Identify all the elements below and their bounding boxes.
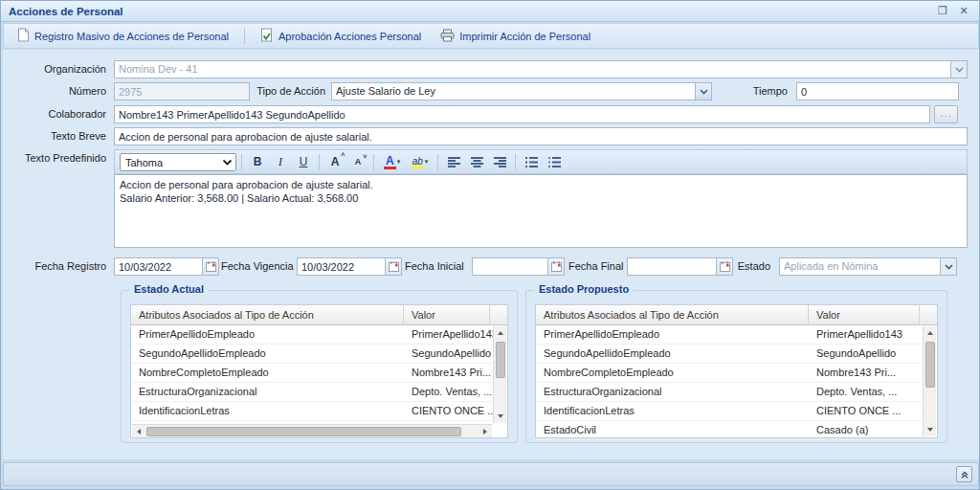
estado-actual-table: Atributos Asociados al Tipo de Acción Va… bbox=[130, 304, 508, 438]
table-row[interactable]: EstadoCivil Casado (a) bbox=[536, 421, 937, 440]
align-center-button[interactable] bbox=[466, 152, 487, 172]
scroll-down-icon[interactable] bbox=[494, 410, 507, 423]
font-family-select[interactable]: Tahoma bbox=[120, 153, 236, 171]
collapse-panel-button[interactable] bbox=[956, 466, 972, 482]
italic-button[interactable]: I bbox=[270, 152, 291, 172]
toolbar-separator bbox=[244, 28, 245, 44]
bullet-list-button[interactable] bbox=[544, 152, 565, 172]
fecha-registro-calendar-button[interactable] bbox=[202, 257, 219, 276]
chevron-down-icon bbox=[222, 157, 233, 168]
underline-button[interactable]: U bbox=[293, 152, 314, 172]
form-panel: Organización Nomina Dev - 41 Número Tipo… bbox=[3, 50, 979, 459]
table-row[interactable]: PrimerApellidoEmpleado PrimerApellido143 bbox=[131, 325, 507, 345]
vertical-scrollbar[interactable] bbox=[923, 326, 936, 436]
editor-separator bbox=[373, 154, 374, 170]
font-color-button[interactable]: A ▾ bbox=[379, 152, 405, 172]
footer-bar bbox=[3, 462, 979, 486]
bullet-list-icon bbox=[548, 157, 561, 167]
texto-breve-input[interactable] bbox=[114, 127, 968, 145]
estado-label: Estado bbox=[702, 257, 770, 276]
table-row[interactable]: SegundoApellidoEmpleado SegundoApellido bbox=[536, 345, 937, 364]
table-row[interactable]: NombreCompletoEmpleado Nombre143 Pri... bbox=[536, 364, 937, 383]
colaborador-lookup-button[interactable]: ... bbox=[934, 105, 958, 123]
font-color-swatch bbox=[384, 167, 396, 169]
aprobacion-button[interactable]: Aprobación Acciones Personal bbox=[253, 26, 429, 46]
column-header-valor[interactable]: Valor bbox=[404, 305, 490, 324]
scroll-up-icon[interactable] bbox=[924, 326, 937, 340]
align-center-icon bbox=[471, 157, 483, 167]
maximize-icon[interactable]: ❒ bbox=[935, 4, 950, 18]
grow-font-button[interactable]: A˄ bbox=[324, 152, 345, 172]
colaborador-label: Colaborador bbox=[3, 105, 106, 123]
table-row[interactable]: EstructuraOrganizacional Depto. Ventas, … bbox=[131, 383, 507, 402]
estado-propuesto-title: Estado Propuesto bbox=[534, 283, 634, 295]
estado-combo: Aplicada en Nómina bbox=[779, 257, 957, 276]
calendar-icon bbox=[389, 261, 399, 272]
numbered-list-icon bbox=[525, 157, 538, 167]
main-toolbar: Registro Masivo de Acciones de Personal … bbox=[3, 23, 979, 49]
editor-separator bbox=[515, 154, 516, 170]
tiempo-label: Tiempo bbox=[684, 82, 788, 100]
fecha-inicial-input[interactable] bbox=[472, 257, 548, 276]
column-header-atributos[interactable]: Atributos Asociados al Tipo de Acción bbox=[536, 305, 809, 324]
chevron-down-icon bbox=[950, 61, 967, 78]
registro-masivo-button[interactable]: Registro Masivo de Acciones de Personal bbox=[10, 26, 236, 46]
estado-propuesto-table: Atributos Asociados al Tipo de Acción Va… bbox=[535, 304, 938, 438]
bold-button[interactable]: B bbox=[247, 152, 268, 172]
printer-icon bbox=[440, 29, 455, 44]
approve-document-icon bbox=[260, 28, 274, 44]
fecha-vigencia-label: Fecha Vigencia bbox=[221, 257, 294, 276]
window-titlebar: Acciones de Personal ❒ ✕ bbox=[1, 1, 979, 22]
richtext-editor-area[interactable]: Accion de personal para aprobacion de aj… bbox=[114, 174, 968, 248]
table-row[interactable]: EstructuraOrganizacional Depto. Ventas, … bbox=[536, 383, 937, 402]
highlight-color-button[interactable]: ab ▾ bbox=[407, 152, 433, 172]
table-row[interactable]: SegundoApellidoEmpleado SegundoApellido bbox=[131, 345, 507, 364]
richtext-toolbar: Tahoma B I U A˄ A˅ A bbox=[114, 149, 968, 174]
scroll-up-icon[interactable] bbox=[494, 326, 507, 340]
align-right-icon bbox=[494, 157, 506, 167]
horizontal-scrollbar[interactable] bbox=[132, 424, 492, 437]
organizacion-label: Organización bbox=[3, 60, 106, 78]
numero-label: Número bbox=[3, 82, 106, 100]
chevron-down-icon bbox=[940, 258, 956, 275]
fecha-vigencia-input[interactable] bbox=[297, 257, 386, 276]
scroll-down-icon[interactable] bbox=[924, 423, 937, 436]
window-title: Acciones de Personal bbox=[9, 6, 935, 17]
table-row[interactable]: PrimerApellidoEmpleado PrimerApellido143 bbox=[536, 325, 937, 345]
scrollbar-thumb[interactable] bbox=[496, 342, 505, 378]
colaborador-input[interactable] bbox=[114, 105, 930, 123]
column-header-spacer bbox=[920, 305, 937, 324]
align-left-button[interactable] bbox=[443, 152, 464, 172]
align-right-button[interactable] bbox=[489, 152, 510, 172]
numbered-list-button[interactable] bbox=[521, 152, 542, 172]
tipo-accion-label: Tipo de Acción bbox=[225, 82, 325, 100]
editor-separator bbox=[319, 154, 320, 170]
estado-propuesto-groupbox: Estado Propuesto Atributos Asociados al … bbox=[525, 290, 947, 443]
calendar-icon bbox=[551, 261, 562, 272]
fecha-final-label: Fecha Final bbox=[568, 257, 626, 276]
chevron-down-icon: ▾ bbox=[425, 158, 429, 166]
table-row[interactable]: IdentificacionLetras CIENTO ONCE ... bbox=[131, 402, 507, 421]
column-header-valor[interactable]: Valor bbox=[809, 305, 920, 324]
scroll-left-icon[interactable] bbox=[132, 425, 145, 438]
scrollbar-thumb[interactable] bbox=[146, 427, 461, 436]
organizacion-combo: Nomina Dev - 41 bbox=[114, 60, 968, 78]
table-row[interactable]: NombreCompletoEmpleado Nombre143 Pri... bbox=[131, 364, 507, 383]
close-icon[interactable]: ✕ bbox=[956, 4, 971, 18]
vertical-scrollbar[interactable] bbox=[493, 326, 506, 423]
imprimir-button[interactable]: Imprimir Acción de Personal bbox=[433, 26, 598, 46]
scrollbar-thumb[interactable] bbox=[925, 342, 935, 388]
tipo-accion-combo[interactable]: Ajuste Salario de Ley bbox=[331, 82, 712, 100]
calendar-icon bbox=[206, 261, 216, 272]
table-header: Atributos Asociados al Tipo de Acción Va… bbox=[131, 305, 507, 325]
shrink-font-button[interactable]: A˅ bbox=[347, 152, 368, 172]
scroll-right-icon[interactable] bbox=[479, 425, 492, 438]
table-row[interactable]: IdentificacionLetras CIENTO ONCE ... bbox=[536, 402, 937, 421]
fecha-inicial-calendar-button[interactable] bbox=[547, 257, 565, 276]
fecha-registro-input[interactable] bbox=[114, 257, 203, 276]
fecha-vigencia-calendar-button[interactable] bbox=[385, 257, 402, 276]
column-header-atributos[interactable]: Atributos Asociados al Tipo de Acción bbox=[131, 305, 404, 324]
align-left-icon bbox=[448, 157, 460, 167]
new-document-icon bbox=[17, 28, 30, 44]
tiempo-input[interactable] bbox=[796, 82, 959, 100]
